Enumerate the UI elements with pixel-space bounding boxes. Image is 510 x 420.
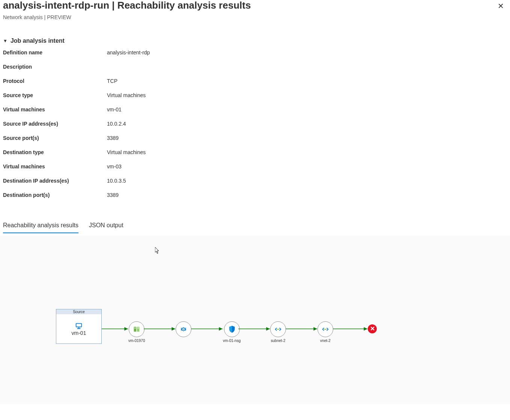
tab-reachability-results[interactable]: Reachability analysis results — [3, 220, 78, 233]
svg-rect-6 — [135, 327, 136, 328]
intent-row: Virtual machinesvm-03 — [3, 162, 507, 176]
node-label: vnet-2 — [317, 339, 333, 343]
topology-node[interactable]: vnet-2 — [317, 321, 333, 343]
intent-row: Source IP address(es)10.0.2.4 — [3, 119, 507, 134]
job-analysis-intent-label: Job analysis intent — [11, 38, 65, 44]
tab-list: Reachability analysis resultsJSON output — [3, 220, 507, 233]
intent-row-label: Destination port(s) — [3, 192, 107, 198]
topology-node[interactable]: vm-01970 — [128, 321, 145, 343]
intent-row: Destination typeVirtual machines — [3, 148, 507, 162]
intent-row-label: Destination type — [3, 149, 107, 155]
intent-row: ProtocolTCP — [3, 76, 507, 91]
intent-row: Description — [3, 62, 507, 76]
gear-icon — [176, 321, 191, 337]
job-analysis-intent-toggle[interactable]: ▼ Job analysis intent — [3, 38, 507, 44]
intent-row: Virtual machinesvm-01 — [3, 105, 507, 119]
terminal-fail-icon[interactable] — [368, 324, 377, 333]
intent-row-label: Source IP address(es) — [3, 121, 107, 127]
page-title: analysis-intent-rdp-run | Reachability a… — [3, 0, 251, 11]
tab-json-output[interactable]: JSON output — [89, 220, 123, 233]
svg-point-14 — [324, 329, 325, 330]
intent-row: Definition nameanalysis-intent-rdp — [3, 48, 507, 62]
intent-row-label: Destination IP address(es) — [3, 178, 107, 184]
intent-row-value: vm-01 — [107, 106, 122, 112]
intent-row: Source port(s)3389 — [3, 134, 507, 148]
intent-row-value: 3389 — [107, 135, 119, 141]
intent-row-label: Protocol — [3, 78, 107, 84]
svg-rect-7 — [138, 327, 139, 328]
intent-properties: Definition nameanalysis-intent-rdpDescri… — [3, 48, 507, 205]
svg-point-10 — [278, 329, 279, 330]
intent-row-label: Definition name — [3, 50, 107, 56]
topology-node[interactable]: subnet-2 — [270, 321, 286, 343]
svg-rect-3 — [77, 328, 80, 329]
topology-node[interactable] — [176, 321, 191, 339]
svg-point-11 — [277, 329, 278, 330]
close-button[interactable]: ✕ — [495, 0, 507, 12]
svg-point-12 — [278, 329, 279, 330]
intent-row-label: Source port(s) — [3, 135, 107, 141]
intent-row: Destination IP address(es)10.0.3.5 — [3, 176, 507, 190]
intent-row-value: TCP — [107, 78, 117, 84]
vm-icon — [75, 322, 83, 330]
intent-row: Source typeVirtual machines — [3, 91, 507, 105]
intent-row-value: 3389 — [107, 192, 119, 198]
intent-row-label: Virtual machines — [3, 164, 107, 170]
source-group-label: Source — [56, 309, 101, 314]
intent-row-label: Virtual machines — [3, 106, 107, 112]
page-subtitle: Network analysis | PREVIEW — [3, 14, 507, 20]
intent-row-value: vm-03 — [107, 164, 122, 170]
intent-row-value: analysis-intent-rdp — [107, 50, 150, 56]
node-label: vm-01 — [72, 330, 86, 336]
node-label: vm-01-nsg — [223, 339, 241, 343]
nic-icon — [129, 321, 144, 337]
intent-row: Destination port(s)3389 — [3, 190, 507, 205]
topology-canvas[interactable]: Sourcevm-01vm-01970vm-01-nsgsubnet-2vnet… — [0, 236, 510, 404]
shield-icon — [224, 321, 240, 337]
node-label: vm-01970 — [128, 339, 145, 343]
vnet-icon — [317, 321, 333, 337]
intent-row-value: 10.0.3.5 — [107, 178, 126, 184]
source-group[interactable]: Sourcevm-01 — [56, 309, 102, 344]
node-label: subnet-2 — [270, 339, 286, 343]
intent-row-value: Virtual machines — [107, 92, 146, 98]
svg-point-9 — [183, 329, 184, 330]
chevron-down-icon: ▼ — [3, 38, 8, 44]
intent-row-label: Description — [3, 64, 107, 70]
vnet-icon — [270, 321, 286, 337]
svg-point-15 — [326, 329, 326, 330]
topology-node[interactable]: vm-01-nsg — [223, 321, 241, 343]
close-icon: ✕ — [498, 2, 504, 10]
svg-rect-1 — [77, 324, 81, 326]
intent-row-label: Source type — [3, 92, 107, 98]
intent-row-value: 10.0.2.4 — [107, 121, 126, 127]
intent-row-value: Virtual machines — [107, 149, 146, 155]
svg-point-13 — [325, 329, 326, 330]
svg-rect-2 — [78, 327, 80, 328]
